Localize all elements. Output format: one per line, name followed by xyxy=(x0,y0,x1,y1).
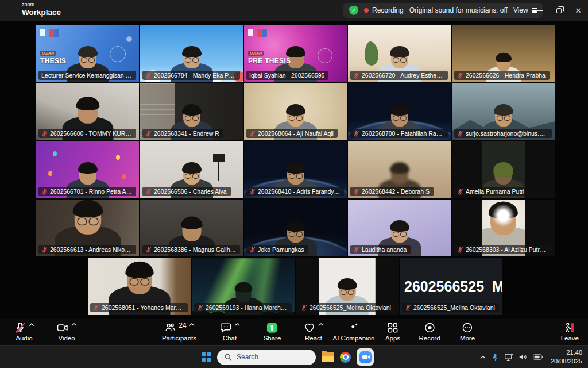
toolbar-share-label: Share xyxy=(264,335,281,342)
participant-tile[interactable]: 2602566701 - Rinno Petra Amzar xyxy=(36,141,139,198)
participant-tile[interactable]: Amelia Purnama Putri xyxy=(452,141,555,198)
muted-mic-icon xyxy=(249,247,256,253)
glasses xyxy=(288,232,303,236)
glasses xyxy=(184,57,199,62)
participant-name-label: 2602566506 - Charles Alva xyxy=(142,187,231,196)
participant-name-label: 2602568410 - Adris Farandy Rusli xyxy=(246,187,344,196)
toolbar-audio-label: Audio xyxy=(16,335,32,342)
participant-name-label: 2602568303 - Al Aziizu Putra H xyxy=(454,245,552,254)
muted-mic-icon xyxy=(41,247,48,253)
search-icon xyxy=(224,353,232,361)
tray-chevron-icon[interactable] xyxy=(479,355,486,360)
original-sound-toggle[interactable]: Original sound for musicians: off xyxy=(409,6,508,14)
toolbar-share-button[interactable]: Share xyxy=(264,321,281,342)
participant-tile[interactable]: 2602566506 - Charles Alva xyxy=(140,141,243,198)
toolbar-react-button[interactable]: React xyxy=(303,321,324,342)
toolbar-ai-button[interactable]: AI Companion xyxy=(333,321,375,342)
participant-tile[interactable]: 2602568303 - Al Aziizu Putra H xyxy=(452,200,555,256)
participants-icon xyxy=(164,321,176,334)
participant-tile[interactable]: 2602566525_Melina Oktaviani xyxy=(296,258,399,315)
security-shield-icon[interactable]: ✓ xyxy=(349,6,358,15)
glasses xyxy=(288,116,303,120)
glasses xyxy=(76,218,99,225)
recording-indicator: Recording xyxy=(364,6,404,14)
toolbar-leave-button[interactable]: Leave xyxy=(561,321,579,342)
zoom-app-icon-active[interactable] xyxy=(357,348,374,366)
tray-mic-icon[interactable] xyxy=(492,353,499,362)
participant-name-label: Iqbal Syahlan - 2602566595 xyxy=(246,71,328,80)
participant-tile[interactable]: 2602566525_Me...2602566525_Melina Oktavi… xyxy=(400,258,502,315)
toolbar-video-chevron[interactable] xyxy=(71,323,77,327)
apps-icon xyxy=(386,321,399,334)
toolbar-video-button[interactable]: Video xyxy=(56,321,77,342)
tray-network-icon[interactable] xyxy=(504,353,513,361)
glasses xyxy=(80,57,95,62)
participant-tile[interactable]: UJIANPRE THESISIqbal Syahlan - 260256659… xyxy=(244,25,347,82)
toolbar-more-label: More xyxy=(460,335,475,342)
toolbar-chat-button[interactable]: Chat xyxy=(219,321,240,342)
muted-mic-icon xyxy=(457,131,463,137)
participant-tile[interactable]: 2602568341 - Endrew R xyxy=(140,83,243,140)
react-heart-icon xyxy=(303,321,316,334)
toolbar-apps-button[interactable]: Apps xyxy=(385,321,400,342)
glasses xyxy=(288,174,303,178)
toolbar-participants-chevron[interactable] xyxy=(189,323,195,327)
participant-display-name: 2602566525_Me... xyxy=(404,278,502,294)
participant-tile[interactable]: 2602568700 - Fatahillah Rachman xyxy=(348,83,451,140)
participant-tile[interactable]: 2602568051 - Yohanes Marakub xyxy=(88,258,191,315)
clock-date: 20/08/2025 xyxy=(551,357,582,366)
glasses xyxy=(392,116,407,120)
participant-tile[interactable]: 2602568410 - Adris Farandy Rusli xyxy=(244,141,347,198)
participant-tile[interactable]: 2602566613 - Andreas Niko Priyoh... xyxy=(36,200,139,256)
muted-mic-icon xyxy=(145,72,152,79)
participant-tile[interactable]: 2602568064 - Aji Naufal Aqil xyxy=(244,83,347,140)
close-button[interactable]: ✕ xyxy=(568,0,588,21)
participant-name-label: 2602566613 - Andreas Niko Priyoh... xyxy=(38,245,136,254)
participant-tile[interactable]: 2602566720 - Audrey Esther Lita xyxy=(348,25,451,82)
muted-mic-icon xyxy=(457,72,463,79)
taskbar-search[interactable]: Search xyxy=(217,350,316,365)
muted-mic-icon xyxy=(41,131,48,137)
tray-volume-icon[interactable] xyxy=(519,353,528,361)
chrome-icon[interactable] xyxy=(340,352,351,363)
toolbar-audio-button[interactable]: Audio xyxy=(14,321,34,342)
toolbar-more-button[interactable]: More xyxy=(460,321,475,342)
zoom-window: zoom Workplace ✓ Recording Original soun… xyxy=(0,0,588,368)
taskbar-center-icons: Search xyxy=(202,346,374,368)
leave-icon xyxy=(563,321,576,334)
muted-mic-icon xyxy=(457,247,463,253)
toolbar-participants-label: Participants xyxy=(162,335,196,342)
toolbar-react-label: React xyxy=(305,335,322,342)
toolbar-audio-chevron[interactable] xyxy=(29,323,34,327)
toolbar-react-chevron[interactable] xyxy=(318,323,324,327)
brand-zoom: zoom xyxy=(22,2,61,7)
participant-tile[interactable]: 2602566784 - Mahdy Eka Putra xyxy=(140,25,243,82)
restore-button[interactable] xyxy=(549,0,568,21)
tray-battery-icon[interactable] xyxy=(533,354,543,361)
participant-name-label: 2602568341 - Endrew R xyxy=(142,129,223,138)
participant-tile[interactable]: 2602568386 - Magnus Galih Wijaya xyxy=(140,200,243,256)
participant-name-label: 2602566525_Melina Oktaviani xyxy=(298,303,395,312)
participant-tile[interactable]: 2602568442 - Deborah S xyxy=(348,141,451,198)
file-explorer-icon[interactable] xyxy=(322,352,334,362)
toolbar-chat-chevron[interactable] xyxy=(234,323,240,327)
toolbar-record-button[interactable]: Record xyxy=(419,321,440,342)
participant-tile[interactable]: Joko Pamungkas xyxy=(244,200,347,256)
participant-name-label: 2602568700 - Fatahillah Rachman xyxy=(350,129,448,138)
participant-name-label: 2602568442 - Deborah S xyxy=(350,187,434,196)
participant-tile[interactable]: surjo.sastroharjono@binus.ac.id xyxy=(452,83,555,140)
toolbar-video-label: Video xyxy=(58,335,75,342)
participant-tile[interactable]: UJIANTHESISLecturer Service Kemanggisan … xyxy=(36,25,139,82)
participant-tile[interactable]: 2602566600 - TOMMY KURNIAWAN xyxy=(36,83,139,140)
window-controls: ✕ xyxy=(529,0,588,21)
participant-tile[interactable]: Lauditha ananda xyxy=(348,200,451,256)
minimize-button[interactable] xyxy=(529,0,549,21)
window-titlebar: zoom Workplace ✓ Recording Original soun… xyxy=(0,0,588,21)
taskbar-clock[interactable]: 21.40 20/08/2025 xyxy=(551,348,582,366)
participant-name-label: 2602566626 - Hendra Prabha xyxy=(454,71,550,80)
toolbar-participants-button[interactable]: 24Participants xyxy=(162,321,196,342)
participant-tile[interactable]: 2602569193 - Hanna Marchela xyxy=(192,258,295,315)
glasses xyxy=(184,174,199,178)
windows-start-button[interactable] xyxy=(202,352,211,362)
participant-tile[interactable]: 2602566626 - Hendra Prabha xyxy=(452,25,555,82)
